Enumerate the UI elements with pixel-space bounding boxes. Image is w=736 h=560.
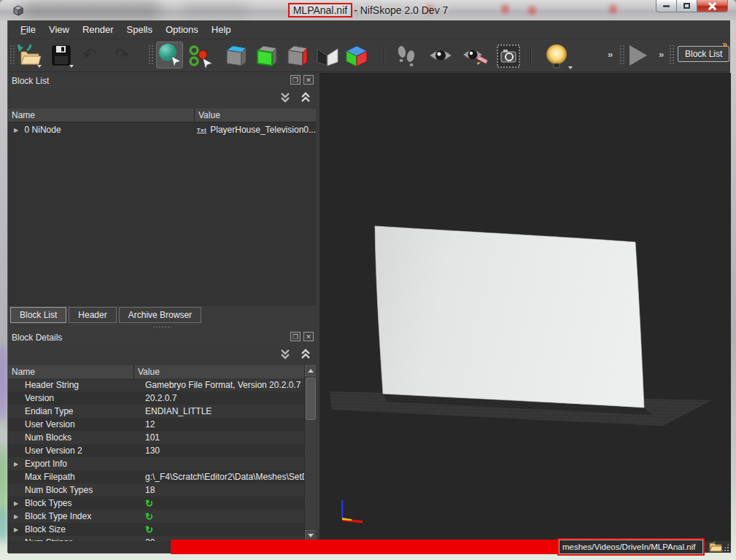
titlebar[interactable]: MLPAnal.nif - NifSkope 2.0 Dev 7 xyxy=(0,0,736,20)
refresh-icon[interactable]: ↻ xyxy=(145,498,309,509)
block-list-panel-header[interactable]: Block List ❐ ✕ xyxy=(8,73,316,89)
table-row[interactable]: ▶Export Info xyxy=(8,457,316,470)
row-value[interactable]: Gamebryo File Format, Version 20.2.0.7 xyxy=(145,380,309,390)
menu-spells[interactable]: Spells xyxy=(120,22,159,37)
scroll-up-button[interactable] xyxy=(305,365,317,376)
save-button[interactable] xyxy=(50,44,75,66)
table-row[interactable]: ▶Block Size↻ xyxy=(8,523,316,536)
redo-icon[interactable]: ↷ xyxy=(115,44,129,65)
row-name: Num Block Types xyxy=(25,485,145,495)
tab-header[interactable]: Header xyxy=(69,307,116,323)
save-dropdown-arrow[interactable] xyxy=(69,65,74,68)
table-row[interactable]: Version20.2.0.7 xyxy=(8,392,316,405)
expander-icon[interactable]: ▶ xyxy=(14,127,20,133)
row-value[interactable]: 18 xyxy=(145,485,309,495)
lighting-dropdown-arrow[interactable] xyxy=(568,66,573,69)
row-value[interactable]: 101 xyxy=(145,432,309,443)
column-value[interactable]: Value xyxy=(195,110,220,120)
block-name[interactable]: 0 NiNode xyxy=(25,125,197,135)
show-axes-button[interactable] xyxy=(224,44,247,69)
table-row[interactable]: Max Filepathg:\_F4\Scratch\Editor2\Data\… xyxy=(8,470,316,483)
double-sided-button[interactable] xyxy=(316,44,339,69)
menu-file[interactable]: File xyxy=(14,22,42,37)
table-row[interactable]: ▶Block Types↻ xyxy=(8,497,316,510)
table-row[interactable]: User Version 2130 xyxy=(8,444,316,457)
column-name[interactable]: Name xyxy=(8,365,134,378)
block-details-panel-header[interactable]: Block Details ❐ ✕ xyxy=(8,330,316,346)
tab-block-list[interactable]: Block List xyxy=(10,307,66,323)
column-value[interactable]: Value xyxy=(134,367,160,377)
refresh-icon[interactable]: ↻ xyxy=(145,511,309,522)
minimize-button[interactable] xyxy=(656,0,677,12)
menu-view[interactable]: View xyxy=(42,22,76,37)
row-name: Header String xyxy=(25,380,145,390)
render-viewport[interactable] xyxy=(319,73,731,541)
menu-render[interactable]: Render xyxy=(76,22,120,37)
show-collision-button[interactable] xyxy=(285,44,309,69)
table-row[interactable]: ▶Block Type Index↻ xyxy=(8,510,316,523)
collapse-all-icon[interactable] xyxy=(279,348,291,361)
close-panel-button[interactable]: ✕ xyxy=(303,332,314,341)
row-value[interactable]: 12 xyxy=(145,419,309,429)
dock-splitter[interactable] xyxy=(8,324,316,330)
toolbar-drag-handle[interactable] xyxy=(669,44,675,65)
row-value[interactable]: ENDIAN_LITTLE xyxy=(145,406,309,416)
row-value[interactable]: 130 xyxy=(145,446,309,456)
block-list-table-header[interactable]: Name Value xyxy=(8,109,316,122)
expander-icon[interactable]: ▶ xyxy=(14,500,20,507)
undo-icon[interactable]: ↶ xyxy=(82,44,97,65)
maximize-button[interactable] xyxy=(677,0,697,12)
vertical-scroll-thumb[interactable] xyxy=(306,378,316,420)
status-filepath-field[interactable]: meshes/Videos/DriveIn/MLPAnal.nif xyxy=(559,540,703,554)
browse-folder-icon[interactable] xyxy=(709,541,722,553)
toolbar-separator-handle[interactable] xyxy=(148,44,154,65)
expand-all-icon[interactable] xyxy=(300,91,311,104)
block-details-table-header[interactable]: Name Value xyxy=(8,365,316,379)
column-name[interactable]: Name xyxy=(8,109,195,122)
close-panel-button[interactable]: ✕ xyxy=(303,75,314,85)
object-select-mode-button[interactable] xyxy=(156,42,183,69)
toolbar-overflow-chevron-corner[interactable]: » xyxy=(722,39,727,50)
load-dropdown-arrow[interactable] xyxy=(37,65,42,68)
vertex-select-mode-button[interactable] xyxy=(188,44,213,69)
load-button[interactable] xyxy=(17,44,43,66)
table-row[interactable]: Num Block Types18 xyxy=(8,483,316,497)
lighting-button[interactable] xyxy=(543,44,571,69)
expander-icon[interactable]: ▶ xyxy=(14,461,20,467)
float-panel-button[interactable]: ❐ xyxy=(290,75,301,85)
expander-icon[interactable]: ▶ xyxy=(14,513,20,520)
toolbar-drag-handle[interactable] xyxy=(9,44,15,65)
expand-all-icon[interactable] xyxy=(300,348,311,361)
vertex-colors-button[interactable] xyxy=(344,44,369,71)
tab-archive-browser[interactable]: Archive Browser xyxy=(119,307,201,323)
toolbar-drag-handle[interactable] xyxy=(619,44,625,65)
minimize-icon xyxy=(663,5,670,7)
table-row[interactable]: Header StringGamebryo File Format, Versi… xyxy=(8,378,316,392)
table-row[interactable]: Num Blocks101 xyxy=(8,431,316,444)
table-row[interactable]: User Version12 xyxy=(8,418,316,431)
table-row[interactable]: Endian TypeENDIAN_LITTLE xyxy=(8,405,316,418)
float-panel-button[interactable]: ❐ xyxy=(290,332,301,341)
collapse-all-icon[interactable] xyxy=(279,91,291,104)
window-title: MLPAnal.nif - NifSkope 2.0 Dev 7 xyxy=(0,0,736,20)
drive-in-screen-mesh[interactable] xyxy=(375,226,644,408)
vertical-scrollbar[interactable] xyxy=(304,365,316,541)
edit-visibility-button[interactable] xyxy=(462,44,488,69)
play-animation-button[interactable] xyxy=(630,45,647,66)
screenshot-button[interactable] xyxy=(497,44,520,71)
menu-help[interactable]: Help xyxy=(205,22,238,37)
menu-options[interactable]: Options xyxy=(159,22,205,37)
row-value[interactable]: g:\_F4\Scratch\Editor2\Data\Meshes\SetDr… xyxy=(145,472,309,482)
eye-icon xyxy=(428,44,453,66)
show-nodes-button[interactable] xyxy=(255,44,278,69)
toolbar-overflow-chevron[interactable]: » xyxy=(659,49,664,60)
block-value[interactable]: PlayerHouse_Television0... xyxy=(210,125,316,135)
row-value[interactable]: 20.2.0.7 xyxy=(145,393,309,403)
walk-mode-button[interactable] xyxy=(395,44,418,71)
toolbar-overflow-chevron[interactable]: » xyxy=(608,49,613,60)
block-list-row-ninode[interactable]: ▶ 0 NiNode Txt PlayerHouse_Television0..… xyxy=(8,122,316,137)
visibility-button[interactable] xyxy=(428,44,453,69)
expander-icon[interactable]: ▶ xyxy=(14,526,20,533)
close-button[interactable] xyxy=(697,0,728,12)
refresh-icon[interactable]: ↻ xyxy=(145,524,309,535)
